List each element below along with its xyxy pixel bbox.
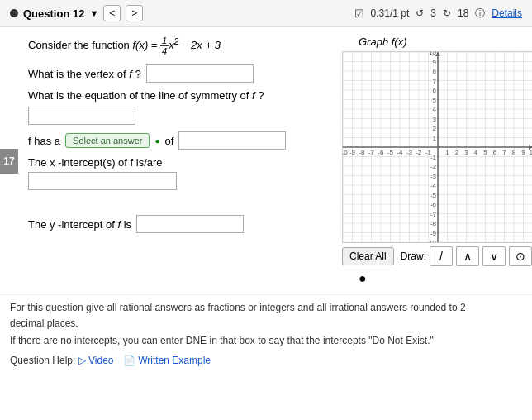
y-intercept-input[interactable] [136,215,244,233]
v-shape-tool-button[interactable]: ∧ [456,246,479,266]
x-intercept-row: The x -intercept(s) of f is/are [28,156,334,190]
details-button[interactable]: Details [492,7,522,19]
top-bar-left: Question 12 ▼ < > [10,5,143,21]
nav-forward-button[interactable]: > [126,5,143,21]
written-example-link[interactable]: 📄 Written Example [123,355,211,366]
draw-label: Draw: [401,251,426,262]
footer-note3: If there are no intercepts, you can ente… [10,333,522,349]
top-bar: Question 12 ▼ < > ☑ 0.31/1 pt ↺ 3 ↻ 18 ⓘ… [0,0,532,27]
question-help-label: Question Help: [10,355,75,366]
attempts-count: 3 [430,7,436,19]
vertex-input[interactable] [146,64,254,83]
right-panel: Graph f(x) Clear All Draw: / ∧ ∨ ⊙ ● [342,36,532,286]
nav-back-button[interactable]: < [103,5,121,21]
union-tool-button[interactable]: ∨ [482,246,506,266]
content-wrapper: 17 Consider the function f(x) = 14x2 − 2… [0,27,532,294]
max-attempts: 18 [458,7,468,19]
graph-title: Graph f(x) [359,36,407,48]
minmax-value-input[interactable] [178,131,286,150]
function-formula: f(x) = 14x2 − 2x + 3 [132,39,220,51]
footer-note2: decimal places. [10,316,522,332]
y-intercept-text: The y -intercept of f is [28,218,131,231]
circle-tool-button[interactable]: ⊙ [509,246,532,266]
bullet-point: ● [359,271,367,285]
top-bar-right: ☑ 0.31/1 pt ↺ 3 ↻ 18 ⓘ Details [354,7,522,21]
graph-canvas[interactable] [342,51,532,243]
bullet-row: ● [359,271,367,286]
symmetry-input[interactable] [28,107,135,125]
y-intercept-row: The y -intercept of f is [28,215,334,233]
video-link[interactable]: ▷ Video [78,355,114,366]
left-panel: Consider the function f(x) = 14x2 − 2x +… [28,36,334,286]
select-answer-button[interactable]: Select an answer [65,133,150,148]
question-dot [10,9,18,17]
info-icon[interactable]: ⓘ [475,7,485,21]
dropdown-arrow[interactable]: ▼ [89,8,98,18]
footer: For this question give all rational answ… [0,294,532,374]
footer-help: Question Help: ▷ Video 📄 Written Example [10,353,522,369]
vertex-question-text: What is the vertex of f ? [28,68,141,80]
vertex-row: What is the vertex of f ? [28,64,334,83]
main-content: Consider the function f(x) = 14x2 − 2x +… [18,27,532,294]
checkbox-icon: ☑ [354,7,364,20]
question-label: Question 12 [23,7,84,20]
footer-note1: For this question give all rational answ… [10,300,522,316]
symmetry-question-text: What is the equation of the line of symm… [28,89,264,102]
function-description: Consider the function f(x) = 14x2 − 2x +… [28,36,334,56]
circle-indicator: ● [154,136,159,146]
symmetry-row: What is the equation of the line of symm… [28,89,334,125]
sidebar-number: 17 [0,149,18,174]
of-text: of [164,135,173,147]
score-value: 0.31/1 pt [371,7,410,19]
refresh-icon: ↻ [443,7,451,19]
function-desc-pre: Consider the function [28,39,130,51]
history-icon: ↺ [416,7,424,19]
draw-tools: Clear All Draw: / ∧ ∨ ⊙ [342,246,532,266]
line-tool-button[interactable]: / [430,246,453,266]
graph-container [342,51,532,241]
x-intercept-label: The x -intercept(s) of f is/are [28,156,163,169]
minmax-row: f has a Select an answer ● of [28,131,334,150]
has-text: f has a [28,135,60,147]
clear-all-button[interactable]: Clear All [342,247,394,265]
x-intercept-input[interactable] [28,172,177,190]
